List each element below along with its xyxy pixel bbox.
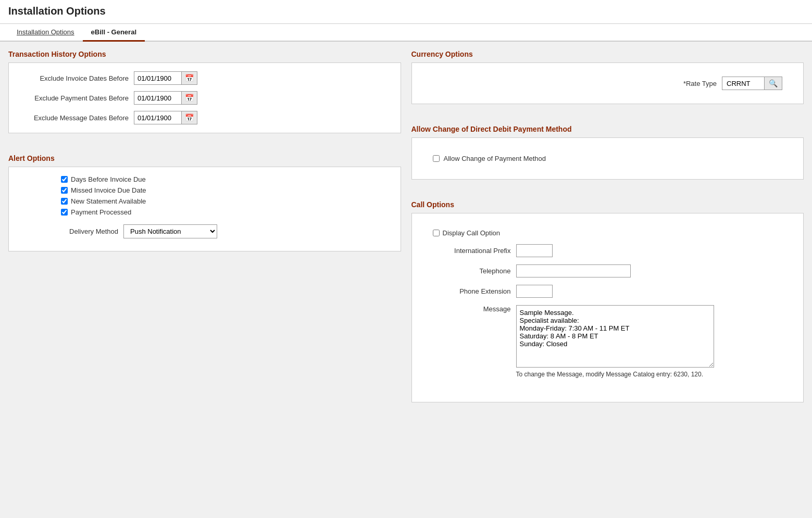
exclude-payment-calendar-btn[interactable]: 📅 [181,92,197,104]
payment-processed-label: Payment Processed [71,208,131,216]
days-before-invoice-checkbox[interactable] [61,176,68,183]
exclude-invoice-date-input[interactable] [134,72,181,84]
phone-ext-input[interactable] [516,285,553,298]
alert-options-section: Alert Options Days Before Invoice Due Mi… [8,154,401,262]
missed-invoice-checkbox[interactable] [61,187,68,194]
message-textarea[interactable]: Sample Message. Specialist available: Mo… [516,305,714,368]
alert-checkboxes: Days Before Invoice Due Missed Invoice D… [61,175,390,216]
exclude-invoice-row: Exclude Invoice Dates Before 📅 [19,71,390,85]
display-call-label: Display Call Option [443,229,501,237]
telephone-label: Telephone [433,267,516,275]
new-statement-label: New Statement Available [71,197,146,205]
new-statement-checkbox[interactable] [61,198,68,205]
payment-processed-checkbox[interactable] [61,209,68,216]
days-before-invoice-label: Days Before Invoice Due [71,175,146,183]
exclude-payment-input-group: 📅 [134,91,197,105]
tab-installation-options[interactable]: Installation Options [8,24,83,42]
exclude-invoice-calendar-btn[interactable]: 📅 [181,72,197,84]
currency-options-section: Currency Options *Rate Type 🔍 [411,50,804,115]
missed-invoice-row: Missed Invoice Due Date [61,186,390,194]
phone-ext-row: Phone Extension [433,285,783,298]
tab-ebill-general[interactable]: eBill - General [83,24,145,42]
exclude-message-label: Exclude Message Dates Before [19,114,134,122]
exclude-invoice-label: Exclude Invoice Dates Before [19,74,134,82]
display-call-checkbox[interactable] [433,230,440,236]
display-call-row: Display Call Option [433,229,783,237]
exclude-message-row: Exclude Message Dates Before 📅 [19,111,390,124]
message-row: Message Sample Message. Specialist avail… [433,305,783,378]
telephone-input[interactable] [516,264,631,277]
intl-prefix-input[interactable] [516,244,553,257]
allow-change-section: Allow Change of Direct Debit Payment Met… [411,125,804,190]
transaction-history-section: Transaction History Options Exclude Invo… [8,50,401,144]
rate-type-input[interactable] [722,78,764,90]
rate-type-row: *Rate Type 🔍 [422,71,793,95]
alert-options-title: Alert Options [8,154,401,162]
exclude-message-input-group: 📅 [134,111,197,124]
exclude-message-calendar-btn[interactable]: 📅 [181,111,197,124]
currency-options-title: Currency Options [411,50,804,58]
allow-change-title: Allow Change of Direct Debit Payment Met… [411,125,804,133]
allow-payment-checkbox[interactable] [433,155,440,162]
tab-bar: Installation Options eBill - General [0,24,812,42]
exclude-message-date-input[interactable] [134,112,181,124]
exclude-payment-date-input[interactable] [134,92,181,104]
delivery-method-row: Delivery Method Push Notification Email … [51,224,390,238]
exclude-payment-row: Exclude Payment Dates Before 📅 [19,91,390,105]
allow-payment-row: Allow Change of Payment Method [422,146,793,171]
delivery-method-label: Delivery Method [51,228,118,235]
payment-processed-row: Payment Processed [61,208,390,216]
rate-type-search-btn[interactable]: 🔍 [764,77,782,90]
telephone-row: Telephone [433,264,783,277]
allow-payment-label: Allow Change of Payment Method [444,155,546,162]
rate-type-input-group: 🔍 [722,77,782,90]
call-options-title: Call Options [411,200,804,209]
delivery-method-select[interactable]: Push Notification Email SMS [123,224,217,238]
days-before-invoice-row: Days Before Invoice Due [61,175,390,183]
page-title: Installation Options [8,5,804,17]
call-options-section: Call Options Display Call Option Interna… [411,200,804,413]
missed-invoice-label: Missed Invoice Due Date [71,186,146,194]
rate-type-label: *Rate Type [683,80,717,87]
transaction-history-title: Transaction History Options [8,50,401,58]
intl-prefix-row: International Prefix [433,244,783,257]
exclude-payment-label: Exclude Payment Dates Before [19,94,134,102]
intl-prefix-label: International Prefix [433,247,516,255]
exclude-invoice-input-group: 📅 [134,71,197,85]
message-note: To change the Message, modify Message Ca… [516,371,714,378]
new-statement-row: New Statement Available [61,197,390,205]
message-label: Message [433,305,516,313]
phone-ext-label: Phone Extension [433,287,516,295]
